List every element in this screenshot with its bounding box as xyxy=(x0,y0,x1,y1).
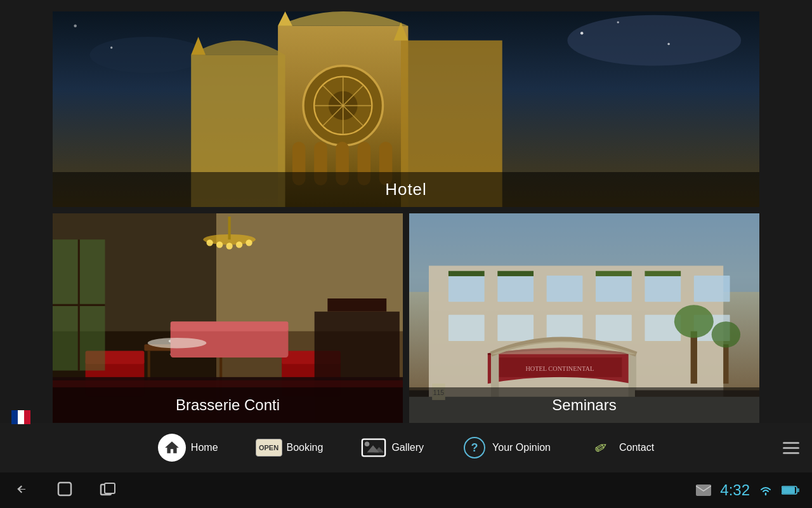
svg-point-23 xyxy=(667,43,669,45)
battery-icon xyxy=(782,485,799,495)
svg-rect-89 xyxy=(497,271,534,276)
nav-booking[interactable]: OPEN Booking xyxy=(237,435,343,460)
svg-point-34 xyxy=(226,243,232,249)
nav-gallery-label: Gallery xyxy=(391,442,424,453)
svg-point-24 xyxy=(74,25,77,28)
svg-rect-69 xyxy=(449,315,485,341)
svg-rect-91 xyxy=(645,271,681,276)
svg-rect-65 xyxy=(547,276,583,302)
recents-button[interactable] xyxy=(99,480,117,500)
back-button[interactable] xyxy=(13,480,30,500)
wifi-icon xyxy=(759,485,773,496)
svg-rect-72 xyxy=(596,315,632,341)
svg-rect-56 xyxy=(327,298,386,312)
main-content: Hotel xyxy=(53,5,759,423)
svg-point-2 xyxy=(89,37,206,73)
svg-rect-105 xyxy=(797,488,799,492)
system-nav xyxy=(13,480,117,500)
svg-point-21 xyxy=(580,32,584,35)
nav-home[interactable]: Home xyxy=(139,434,237,462)
svg-point-83 xyxy=(674,305,714,338)
svg-rect-92 xyxy=(11,410,18,424)
svg-point-22 xyxy=(617,21,619,23)
time-display: 4:32 xyxy=(720,481,750,499)
svg-point-32 xyxy=(206,239,213,246)
svg-rect-31 xyxy=(228,217,231,239)
svg-rect-94 xyxy=(24,410,30,424)
sys-home-button[interactable] xyxy=(56,480,74,500)
svg-point-59 xyxy=(148,338,207,349)
svg-rect-104 xyxy=(782,487,795,493)
svg-rect-93 xyxy=(18,410,24,424)
gallery-icon xyxy=(361,435,386,460)
svg-rect-67 xyxy=(645,276,681,302)
svg-rect-82 xyxy=(691,331,697,384)
svg-rect-88 xyxy=(449,271,485,276)
svg-rect-90 xyxy=(596,271,632,276)
nav-contact-label: Contact xyxy=(619,442,654,453)
nav-gallery[interactable]: Gallery xyxy=(342,435,443,460)
app-nav-bar: Home OPEN Booking Gallery xyxy=(0,423,812,472)
french-flag-icon[interactable] xyxy=(11,410,30,424)
brasserie-label: Brasserie Conti xyxy=(53,387,403,423)
menu-icon[interactable] xyxy=(783,442,799,454)
svg-rect-84 xyxy=(723,344,728,384)
svg-point-98 xyxy=(365,441,370,446)
contact-icon: ✏ xyxy=(589,435,614,460)
nav-home-label: Home xyxy=(191,442,218,453)
home-icon xyxy=(158,434,186,462)
svg-rect-101 xyxy=(105,483,115,493)
nav-opinion-label: Your Opinion xyxy=(492,442,551,453)
svg-rect-70 xyxy=(497,315,534,341)
nav-items: Home OPEN Booking Gallery xyxy=(139,434,673,462)
booking-icon: OPEN xyxy=(256,435,282,460)
nav-contact[interactable]: ✏ Contact xyxy=(570,435,673,460)
svg-point-85 xyxy=(712,321,740,347)
brasserie-title: Brasserie Conti xyxy=(176,396,280,413)
svg-rect-64 xyxy=(497,276,534,302)
hotel-tile[interactable]: Hotel xyxy=(53,11,759,207)
hotel-title: Hotel xyxy=(385,180,427,199)
system-status: 4:32 xyxy=(696,481,799,499)
bottom-panels: Brasserie Conti xyxy=(53,213,759,423)
svg-rect-63 xyxy=(449,276,485,302)
gmail-icon xyxy=(696,485,711,496)
svg-rect-99 xyxy=(58,483,71,495)
svg-point-35 xyxy=(236,241,242,248)
svg-rect-68 xyxy=(694,276,730,302)
svg-point-1 xyxy=(567,15,741,66)
nav-your-opinion[interactable]: ? Your Opinion xyxy=(443,435,570,460)
hotel-label: Hotel xyxy=(53,172,759,207)
nav-booking-label: Booking xyxy=(287,442,324,453)
svg-point-25 xyxy=(110,46,112,48)
svg-point-33 xyxy=(216,241,223,248)
svg-rect-102 xyxy=(696,485,711,496)
svg-text:HOTEL CONTINENTAL: HOTEL CONTINENTAL xyxy=(525,365,594,372)
seminars-title: Seminars xyxy=(552,396,616,413)
brasserie-tile[interactable]: Brasserie Conti xyxy=(53,213,403,423)
seminars-tile[interactable]: HOTEL CONTINENTAL 115 xyxy=(409,213,759,423)
svg-rect-51 xyxy=(171,321,289,331)
system-bar: 4:32 xyxy=(0,472,812,508)
opinion-icon: ? xyxy=(462,435,487,460)
svg-rect-66 xyxy=(596,276,632,302)
svg-point-36 xyxy=(246,239,252,246)
seminars-label: Seminars xyxy=(409,387,759,423)
